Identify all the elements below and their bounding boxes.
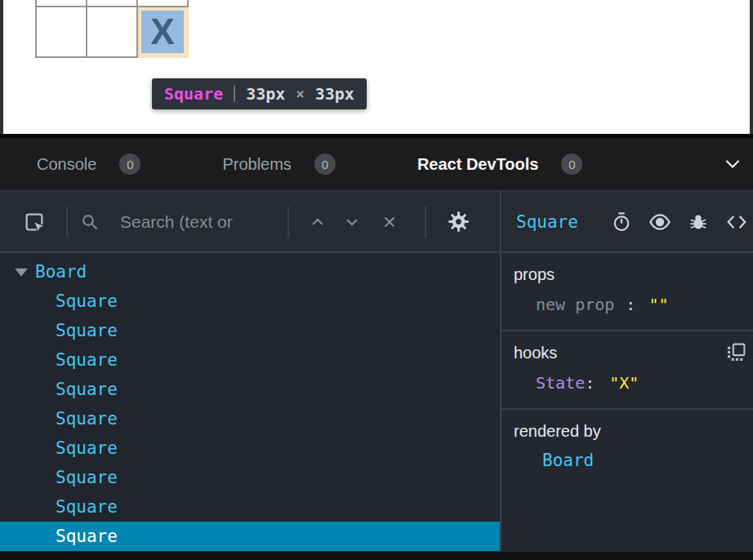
tooltip-height: 33px — [315, 84, 354, 104]
tree-item-square[interactable]: Square — [0, 522, 500, 551]
inspect-tooltip: Square 33px × 33px — [152, 78, 367, 109]
inspect-element-icon[interactable] — [23, 211, 46, 233]
component-actions — [611, 211, 748, 233]
state-hook-row: State : "X" — [514, 373, 742, 393]
search-icon — [81, 213, 99, 231]
board-cell[interactable] — [36, 0, 87, 7]
tab-label: Problems — [222, 155, 291, 174]
board-cell[interactable] — [137, 0, 188, 7]
tree-item-label: Square — [56, 409, 118, 429]
tab-problems[interactable]: Problems 0 — [222, 153, 335, 175]
window-edge-right — [750, 0, 753, 134]
parse-hook-names-icon[interactable] — [726, 342, 746, 366]
hooks-title: hooks — [514, 344, 742, 362]
component-details-panel: props new prop : "" hooks — [501, 253, 753, 552]
tree-item-label: Square — [56, 380, 118, 399]
tree-item-square[interactable]: Square — [0, 433, 500, 463]
settings-gear-icon[interactable] — [448, 211, 470, 233]
screen: X Square 33px × 33px Console 0 Problems … — [0, 0, 753, 560]
tab-label: Console — [37, 155, 96, 174]
tree-item-label: Square — [56, 321, 118, 340]
tree-item-square[interactable]: Square — [0, 316, 500, 345]
bottom-status-strip — [0, 552, 753, 560]
state-hook-label: State — [536, 373, 585, 393]
page-viewport: X Square 33px × 33px — [0, 0, 753, 134]
profiler-stopwatch-icon[interactable] — [611, 211, 632, 233]
problems-count-badge: 0 — [314, 153, 336, 175]
tree-item-square[interactable]: Square — [0, 463, 500, 492]
props-title: props — [514, 265, 742, 284]
devtools-content: Board SquareSquareSquareSquareSquareSqua… — [0, 253, 753, 552]
hooks-section: hooks State : "X" — [501, 331, 753, 410]
toolbar-divider — [287, 207, 289, 238]
board-cell[interactable]: X — [137, 7, 188, 57]
toolbar-divider — [425, 207, 426, 238]
tooltip-component-name: Square — [164, 84, 223, 104]
tooltip-divider — [234, 86, 235, 102]
props-section: props new prop : "" — [501, 253, 753, 331]
console-count-badge: 0 — [119, 153, 140, 175]
toolbar-divider — [66, 207, 68, 238]
tree-item-label: Square — [56, 350, 118, 370]
tree-item-label: Board — [35, 262, 87, 282]
tree-item-square[interactable]: Square — [0, 492, 500, 522]
search-clear-icon[interactable] — [381, 213, 399, 231]
view-source-code-icon[interactable] — [725, 211, 748, 233]
expander-caret-icon[interactable] — [15, 269, 28, 277]
window-edge-left — [0, 0, 3, 134]
rendered-by-section: rendered by Board — [501, 410, 753, 486]
board-grid: X — [35, 0, 189, 58]
board-cell[interactable] — [87, 7, 137, 57]
tree-item-label: Square — [56, 527, 118, 546]
tab-label: React DevTools — [417, 155, 539, 174]
tree-item-label: Square — [56, 438, 118, 458]
state-hook-value[interactable]: "X" — [609, 373, 639, 393]
rendered-by-title: rendered by — [514, 422, 742, 441]
tree-item-square[interactable]: Square — [0, 404, 500, 433]
tree-item-square[interactable]: Square — [0, 375, 500, 404]
react-devtools-count-badge: 0 — [561, 153, 582, 175]
colon: : — [626, 295, 635, 314]
component-panel-header: Square — [500, 192, 753, 251]
tree-item-square[interactable]: Square — [0, 345, 500, 375]
tooltip-width: 33px — [246, 84, 285, 104]
tree-item-label: Square — [56, 291, 118, 311]
board-cell[interactable] — [87, 0, 137, 7]
rendered-by-owner-link[interactable]: Board — [514, 451, 742, 470]
tab-console[interactable]: Console 0 — [37, 153, 140, 175]
tab-react-devtools[interactable]: React DevTools 0 — [417, 153, 583, 175]
search-input[interactable] — [120, 212, 287, 232]
chevron-down-icon[interactable] — [725, 159, 740, 169]
inspect-dom-eye-icon[interactable] — [648, 211, 671, 233]
debug-bug-icon[interactable] — [688, 211, 709, 233]
new-prop-value[interactable]: "" — [648, 295, 668, 314]
component-tree: Board SquareSquareSquareSquareSquareSqua… — [0, 253, 500, 552]
drawer-tab-bar: Console 0 Problems 0 React DevTools 0 — [0, 138, 753, 190]
search-next-icon[interactable] — [343, 213, 361, 231]
tree-item-board[interactable]: Board — [0, 257, 500, 287]
tooltip-times: × — [296, 86, 304, 102]
search-prev-icon[interactable] — [309, 213, 327, 231]
new-prop-field[interactable]: new prop — [536, 295, 614, 314]
board-cell[interactable] — [36, 7, 87, 57]
tree-item-square[interactable]: Square — [0, 287, 500, 316]
devtools-toolbar: Square — [0, 190, 753, 253]
tree-item-label: Square — [56, 468, 118, 487]
colon: : — [585, 373, 595, 393]
selected-component-name: Square — [516, 212, 578, 232]
toolbar-left — [0, 192, 500, 251]
props-row: new prop : "" — [514, 295, 742, 314]
tree-item-label: Square — [56, 497, 118, 517]
